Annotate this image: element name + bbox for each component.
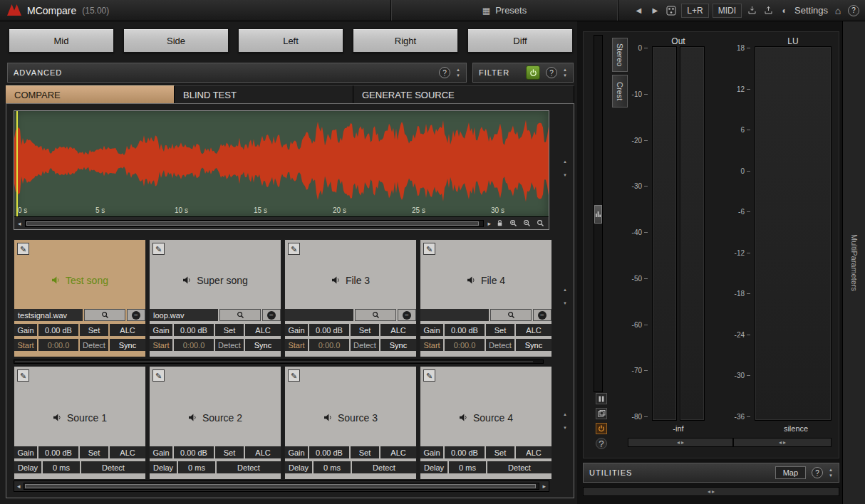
gain-value[interactable]: 0.00 dB <box>445 446 485 458</box>
gain-value[interactable]: 0.00 dB <box>174 324 214 336</box>
settings-button[interactable]: Settings <box>794 3 828 19</box>
midi-button[interactable]: MIDI <box>713 4 742 18</box>
utilities-scrollbar[interactable]: ◂▸ <box>583 487 839 496</box>
slot-panel[interactable]: ✎ Super song loop.wav − Gain 0.00 dB Set… <box>149 239 281 357</box>
alc-button[interactable]: ALC <box>110 446 145 458</box>
slots-panel-resize[interactable]: ▲▼ <box>559 288 571 305</box>
save-preset-icon[interactable] <box>745 3 758 19</box>
browse-button[interactable] <box>219 309 261 321</box>
slot-panel[interactable]: ✎ File 3 − Gain 0.00 dB Set ALC Start 0:… <box>284 239 417 357</box>
source-panel[interactable]: ✎ Source 4 Gain 0.00 dB Set ALC Delay 0 … <box>420 366 552 480</box>
set-button[interactable]: Set <box>215 324 244 336</box>
waveform-scroll-track[interactable] <box>25 220 485 227</box>
detect-button[interactable]: Detect <box>486 339 514 351</box>
help-icon[interactable]: ? <box>848 5 859 16</box>
presets-button[interactable]: ▦ Presets <box>390 0 618 21</box>
load-preset-icon[interactable] <box>762 3 775 19</box>
source-panel[interactable]: ✎ Source 1 Gain 0.00 dB Set ALC Delay 0 … <box>14 366 146 480</box>
browse-button[interactable] <box>355 309 396 321</box>
agc-icon[interactable]: ◐ <box>778 3 791 19</box>
source-panel[interactable]: ✎ Source 3 Gain 0.00 dB Set ALC Delay 0 … <box>284 366 417 480</box>
lock-icon[interactable] <box>494 219 505 227</box>
zoom-out-icon[interactable] <box>522 219 532 227</box>
detect-button[interactable]: Detect <box>217 461 281 473</box>
start-value[interactable]: 0:00.0 <box>174 339 214 351</box>
edit-pencil-icon[interactable]: ✎ <box>152 369 165 382</box>
set-button[interactable]: Set <box>486 324 514 336</box>
alc-button[interactable]: ALC <box>380 446 416 458</box>
remove-file-button[interactable]: − <box>127 309 145 321</box>
edit-pencil-icon[interactable]: ✎ <box>423 369 435 382</box>
browse-button[interactable] <box>84 309 125 321</box>
utilities-collapse-control[interactable]: ▲▼ <box>829 468 833 478</box>
channel-mode-button[interactable]: L+R <box>681 4 708 18</box>
scroll-left-icon[interactable]: ◂ <box>16 483 21 490</box>
waveform-panel-resize[interactable]: ▲▼ <box>559 159 571 177</box>
alc-button[interactable]: ALC <box>516 446 551 458</box>
preset-next-button[interactable]: ▶ <box>648 3 661 19</box>
filter-bar[interactable]: FILTER ? ▲▼ <box>472 63 574 83</box>
waveform-scroll-thumb[interactable] <box>26 221 480 226</box>
edit-pencil-icon[interactable]: ✎ <box>288 369 300 382</box>
gain-value[interactable]: 0.00 dB <box>309 324 349 336</box>
gain-value[interactable]: 0.00 dB <box>38 446 78 458</box>
start-value[interactable]: 0:00.0 <box>38 339 78 351</box>
alc-button[interactable]: ALC <box>245 324 281 336</box>
map-button[interactable]: Map <box>775 466 806 479</box>
edit-pencil-icon[interactable]: ✎ <box>17 243 29 255</box>
remove-file-button[interactable]: − <box>398 309 416 321</box>
delay-value[interactable]: 0 ms <box>43 461 80 473</box>
multiparameters-strip[interactable]: MultiParameters <box>842 21 865 504</box>
waveform-display[interactable]: 0 s 5 s 10 s 15 s 20 s 25 s 30 s <box>14 111 549 216</box>
alc-button[interactable]: ALC <box>110 324 145 336</box>
set-button[interactable]: Set <box>80 324 108 336</box>
edit-pencil-icon[interactable]: ✎ <box>152 243 165 255</box>
detect-button[interactable]: Detect <box>215 339 244 351</box>
filter-enable-button[interactable] <box>526 65 540 80</box>
file-name-field[interactable]: loop.wav <box>150 309 218 321</box>
slots-scroll-thumb[interactable] <box>15 361 533 362</box>
zoom-in-icon[interactable] <box>508 219 519 227</box>
scroll-left-icon[interactable]: ◂ <box>17 220 22 227</box>
filter-help-icon[interactable]: ? <box>546 67 557 78</box>
playhead-cursor[interactable] <box>16 111 18 216</box>
set-button[interactable]: Set <box>351 446 379 458</box>
sources-panel-resize[interactable]: ▲▼ <box>559 412 571 430</box>
start-value[interactable]: 0:00.0 <box>445 339 485 351</box>
preset-prev-button[interactable]: ◀ <box>632 3 645 19</box>
detect-button[interactable]: Detect <box>80 339 108 351</box>
sync-button[interactable]: Sync <box>380 339 416 351</box>
tab-generate-source[interactable]: GENERATE SOURCE <box>353 85 574 103</box>
pause-icon[interactable] <box>596 393 607 404</box>
utilities-help-icon[interactable]: ? <box>812 467 823 478</box>
randomize-icon[interactable] <box>665 3 678 19</box>
channel-button-side[interactable]: Side <box>123 28 229 53</box>
slot-panel[interactable]: ✎ Test song testsignal.wav − Gain 0.00 d… <box>14 239 146 357</box>
fader-thumb[interactable] <box>594 205 602 224</box>
edit-pencil-icon[interactable]: ✎ <box>17 369 29 382</box>
gain-value[interactable]: 0.00 dB <box>309 446 349 458</box>
file-name-field[interactable] <box>420 309 489 321</box>
delay-value[interactable]: 0 ms <box>314 461 351 473</box>
advanced-help-icon[interactable]: ? <box>439 67 450 78</box>
melda-logo[interactable] <box>7 4 21 18</box>
lu-meter-range-scrollbar[interactable]: ◂▸ <box>733 438 832 447</box>
gain-value[interactable]: 0.00 dB <box>38 324 78 336</box>
gain-value[interactable]: 0.00 dB <box>445 324 485 336</box>
scroll-right-icon[interactable]: ▸ <box>487 220 492 227</box>
home-icon[interactable]: ⌂ <box>832 3 844 19</box>
edit-pencil-icon[interactable]: ✎ <box>288 243 300 255</box>
set-button[interactable]: Set <box>80 446 108 458</box>
delay-value[interactable]: 0 ms <box>449 461 486 473</box>
scroll-right-icon[interactable]: ▸ <box>542 483 547 490</box>
file-name-field[interactable]: testsignal.wav <box>14 309 83 321</box>
filter-collapse-control[interactable]: ▲▼ <box>563 68 567 78</box>
file-name-field[interactable] <box>285 309 353 321</box>
detect-button[interactable]: Detect <box>352 461 416 473</box>
tab-compare[interactable]: COMPARE <box>6 85 175 103</box>
sync-button[interactable]: Sync <box>516 339 551 351</box>
tab-blind-test[interactable]: BLIND TEST <box>175 85 353 103</box>
channel-button-left[interactable]: Left <box>238 28 343 53</box>
channel-button-diff[interactable]: Diff <box>467 28 573 53</box>
sync-button[interactable]: Sync <box>110 339 145 351</box>
